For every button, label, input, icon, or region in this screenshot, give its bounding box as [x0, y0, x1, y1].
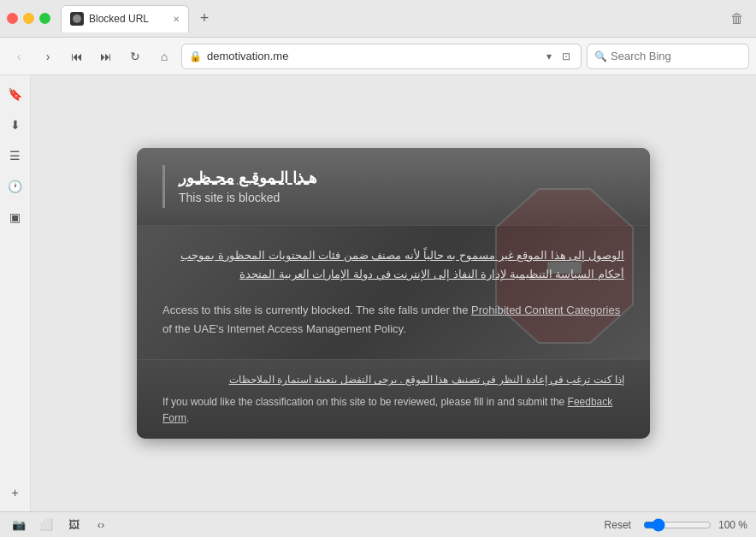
card-middle: الوصول إلى هذا الموقع غير مسموح به حاليا… — [137, 226, 650, 359]
maximize-button[interactable] — [39, 13, 50, 24]
minimize-button[interactable] — [23, 13, 34, 24]
sidebar-history-button[interactable]: 🕐 — [3, 174, 27, 198]
statusbar: 📷 ⬜ 🖼 ‹› Reset 100 % — [0, 511, 756, 537]
active-tab[interactable]: Blocked URL ✕ — [61, 5, 189, 32]
tab-title: Blocked URL — [89, 13, 168, 25]
statusbar-right: Reset 100 % — [599, 517, 747, 533]
home-skip-button[interactable]: ⏮ — [65, 44, 89, 68]
code-button[interactable]: ‹› — [91, 515, 111, 535]
window-button[interactable]: ⬜ — [36, 515, 56, 535]
zoom-reset-button[interactable]: Reset — [599, 517, 636, 533]
search-bar: 🔍 ▾ — [587, 44, 749, 69]
arabic-body-text: الوصول إلى هذا الموقع غير مسموح به حاليا… — [162, 246, 624, 284]
zoom-level: 100 % — [718, 519, 747, 531]
search-icon: 🔍 — [594, 50, 607, 62]
address-actions: ▾ ⊡ — [543, 49, 574, 64]
english-subtitle: This site is blocked — [179, 191, 317, 204]
sidebar-add-button[interactable]: + — [3, 481, 27, 505]
tab-bar: Blocked URL ✕ + — [61, 5, 718, 32]
arabic-footer-text: إذا كنت ترغب في إعادة النظر في تصنيف هذا… — [162, 372, 624, 388]
lock-icon: 🔒 — [189, 50, 202, 62]
card-divider — [162, 165, 165, 208]
url-input[interactable] — [207, 50, 538, 62]
english-body-text: Access to this site is currently blocked… — [162, 301, 624, 339]
navbar: ‹ › ⏮ ⏭ ↻ ⌂ 🔒 ▾ ⊡ 🔍 ▾ — [0, 38, 756, 75]
sidebar-download-button[interactable]: ⬇ — [3, 113, 27, 137]
statusbar-left: 📷 ⬜ 🖼 ‹› — [9, 515, 111, 535]
sidebar-collections-button[interactable]: ▣ — [3, 205, 27, 229]
sidebar: 🔖 ⬇ ☰ 🕐 ▣ + — [0, 75, 31, 511]
titlebar: Blocked URL ✕ + 🗑 — [0, 0, 756, 38]
sidebar-reading-button[interactable]: ☰ — [3, 144, 27, 168]
zoom-slider[interactable] — [643, 518, 712, 532]
sidebar-bookmark-button[interactable]: 🔖 — [3, 82, 27, 106]
card-bottom: إذا كنت ترغب في إعادة النظر في تصنيف هذا… — [137, 359, 650, 439]
home-button[interactable]: ⌂ — [152, 44, 176, 68]
blocked-card: هـذا الـموقـع محـظـور This site is block… — [137, 148, 650, 439]
window-menu-button[interactable]: 🗑 — [725, 7, 749, 31]
image-button[interactable]: 🖼 — [63, 515, 84, 535]
new-tab-button[interactable]: + — [192, 7, 216, 31]
main-layout: 🔖 ⬇ ☰ 🕐 ▣ + هـذا الـموقـع محـظـور This s… — [0, 75, 756, 511]
window-controls — [7, 13, 50, 24]
english-footer-text: If you would like the classification on … — [162, 394, 624, 427]
arabic-title: هـذا الـموقـع محـظـور — [179, 168, 317, 187]
address-dropdown-button[interactable]: ▾ — [543, 49, 555, 64]
tab-close-icon[interactable]: ✕ — [173, 15, 180, 24]
close-button[interactable] — [7, 13, 18, 24]
reload-button[interactable]: ↻ — [123, 44, 147, 68]
back-button[interactable]: ‹ — [7, 44, 31, 68]
reader-mode-button[interactable]: ⊡ — [558, 49, 574, 64]
forward-button[interactable]: › — [36, 44, 60, 68]
address-bar: 🔒 ▾ ⊡ — [181, 44, 582, 69]
page-skip-button[interactable]: ⏭ — [94, 44, 118, 68]
card-top-text: هـذا الـموقـع محـظـور This site is block… — [179, 168, 317, 204]
prohibited-content-link[interactable]: Prohibited Content Categories — [471, 304, 620, 316]
search-input[interactable] — [611, 50, 754, 62]
screenshot-button[interactable]: 📷 — [9, 515, 29, 535]
tab-favicon — [70, 12, 84, 26]
content-area: هـذا الـموقـع محـظـور This site is block… — [31, 75, 756, 511]
